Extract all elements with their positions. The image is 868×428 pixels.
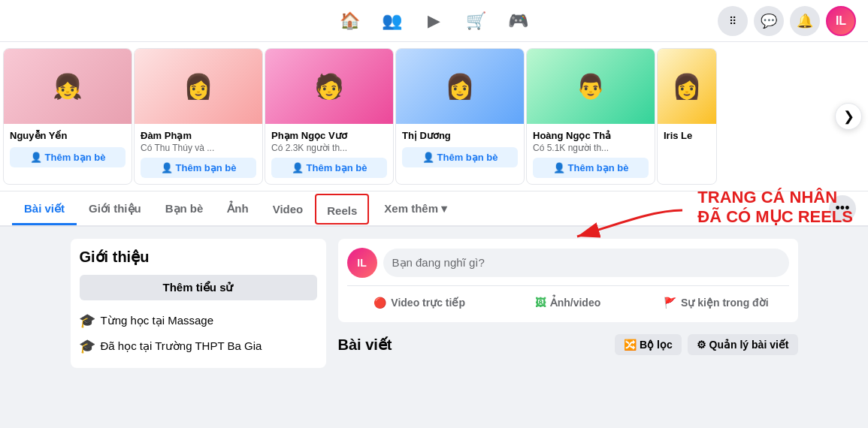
nav-right-actions: ⠿ 💬 🔔 IL <box>718 6 856 36</box>
add-friend-btn-4[interactable]: 👤 Thêm bạn bè <box>402 147 518 167</box>
add-friend-icon-5: 👤 <box>553 162 565 173</box>
post-input-btn[interactable]: Bạn đang nghĩ gì? <box>383 249 789 277</box>
suggestion-info-2: Đàm Phạm Có Thu Thúy và ... 👤 Thêm bạn b… <box>135 124 262 184</box>
tab-anh[interactable]: Ảnh <box>215 191 260 225</box>
suggestions-wrapper: 👧 Nguyễn Yến 👤 Thêm bạn bè 👩 Đàm Phạm Có… <box>0 48 868 185</box>
suggestion-card-5: 👨 Hoàng Ngọc Thả Có 5.1K người th... 👤 T… <box>526 48 655 185</box>
life-event-btn[interactable]: 🚩 Sự kiện trong đời <box>643 292 788 313</box>
tab-banbe[interactable]: Bạn bè <box>153 191 216 225</box>
post-avatar: IL <box>347 248 377 278</box>
suggestion-card-4: 👩 Thị Dương 👤 Thêm bạn bè <box>395 48 525 185</box>
info-text-2: Đã học tại Trường THPT Ba Gia <box>101 339 262 353</box>
info-item-1: 🎓 Từng học tại Massage <box>80 308 317 333</box>
suggestion-name-5: Hoàng Ngọc Thả <box>533 130 649 141</box>
right-column: IL Bạn đang nghĩ gì? 🔴 Video trực tiếp 🖼… <box>338 239 798 368</box>
info-item-2: 🎓 Đã học tại Trường THPT Ba Gia <box>80 333 317 359</box>
tab-reels[interactable]: Reels <box>315 194 369 225</box>
add-friend-icon-2: 👤 <box>161 162 173 173</box>
suggestion-mutual-5: Có 5.1K người th... <box>533 143 649 153</box>
user-avatar[interactable]: IL <box>826 6 856 36</box>
suggestion-photo-5: 👨 <box>527 49 655 124</box>
tab-baiviet[interactable]: Bài viết <box>12 191 77 225</box>
baiviet-header: Bài viết 🔀 Bộ lọc ⚙ Quản lý bài viết <box>338 334 798 355</box>
nav-icons: 🏠 👥 ▶ 🛒 🎮 <box>332 6 537 36</box>
chevron-down-icon: ▾ <box>441 202 447 216</box>
suggestion-photo-2: 👩 <box>135 49 262 124</box>
tab-options-btn[interactable]: ••• <box>829 195 856 222</box>
suggestion-info-5: Hoàng Ngọc Thả Có 5.1K người th... 👤 Thê… <box>527 124 655 184</box>
suggestion-info-6: Iris Le <box>658 124 716 146</box>
live-video-icon: 🔴 <box>374 297 386 309</box>
suggestion-info-4: Thị Dương 👤 Thêm bạn bè <box>396 124 524 173</box>
photo-icon: 🖼 <box>535 297 546 309</box>
profile-tabs: Bài viết Giới thiệu Bạn bè Ảnh Video Ree… <box>0 191 868 226</box>
add-friend-btn-3[interactable]: 👤 Thêm bạn bè <box>271 158 387 178</box>
add-friend-btn-2[interactable]: 👤 Thêm bạn bè <box>141 158 256 178</box>
tab-video[interactable]: Video <box>261 192 316 225</box>
suggestion-card-2: 👩 Đàm Phạm Có Thu Thúy và ... 👤 Thêm bạn… <box>134 48 263 185</box>
main-content: Giới thiệu Thêm tiểu sử 🎓 Từng học tại M… <box>59 227 810 380</box>
tab-xemthem[interactable]: Xem thêm ▾ <box>372 196 459 222</box>
suggestion-name-2: Đàm Phạm <box>141 130 256 141</box>
suggestion-name-3: Phạm Ngọc Vươ <box>271 130 387 141</box>
school-icon-1: 🎓 <box>80 312 95 329</box>
notifications-btn[interactable]: 🔔 <box>790 6 820 36</box>
baiviet-actions: 🔀 Bộ lọc ⚙ Quản lý bài viết <box>615 334 797 355</box>
nav-gaming-btn[interactable]: 🎮 <box>501 6 537 36</box>
suggestion-card-6: 👩 Iris Le <box>657 48 717 185</box>
suggestion-info-3: Phạm Ngọc Vươ Có 2.3K người th... 👤 Thêm… <box>265 124 393 184</box>
add-bio-btn[interactable]: Thêm tiểu sử <box>80 275 317 300</box>
filter-btn[interactable]: 🔀 Bộ lọc <box>615 334 682 355</box>
tabs-container: Bài viết Giới thiệu Bạn bè Ảnh Video Ree… <box>0 191 868 227</box>
manage-posts-btn[interactable]: ⚙ Quản lý bài viết <box>688 334 798 355</box>
left-column: Giới thiệu Thêm tiểu sử 🎓 Từng học tại M… <box>71 239 326 368</box>
post-create-card: IL Bạn đang nghĩ gì? 🔴 Video trực tiếp 🖼… <box>338 239 798 322</box>
messenger-btn[interactable]: 💬 <box>754 6 784 36</box>
top-nav: 🏠 👥 ▶ 🛒 🎮 ⠿ 💬 🔔 IL <box>0 0 868 42</box>
add-friend-icon-4: 👤 <box>422 152 434 163</box>
baiviet-title: Bài viết <box>338 336 392 354</box>
info-text-1: Từng học tại Massage <box>101 314 214 327</box>
suggestion-card-1: 👧 Nguyễn Yến 👤 Thêm bạn bè <box>3 48 132 185</box>
add-friend-icon-3: 👤 <box>292 162 304 173</box>
post-actions: 🔴 Video trực tiếp 🖼 Ảnh/video 🚩 Sự kiện … <box>347 285 789 313</box>
suggestion-mutual-2: Có Thu Thúy và ... <box>141 143 256 153</box>
add-friend-icon-1: 👤 <box>30 152 42 163</box>
nav-friends-btn[interactable]: 👥 <box>374 6 410 36</box>
nav-marketplace-btn[interactable]: 🛒 <box>458 6 494 36</box>
photo-video-btn[interactable]: 🖼 Ảnh/video <box>495 292 640 313</box>
post-create-top: IL Bạn đang nghĩ gì? <box>347 248 789 278</box>
intro-title: Giới thiệu <box>80 248 317 266</box>
suggestion-photo-6: 👩 <box>658 49 716 124</box>
school-icon-2: 🎓 <box>80 338 95 354</box>
suggestions-section: 👧 Nguyễn Yến 👤 Thêm bạn bè 👩 Đàm Phạm Có… <box>0 42 868 191</box>
suggestion-mutual-3: Có 2.3K người th... <box>271 143 387 153</box>
nav-video-btn[interactable]: ▶ <box>416 6 452 36</box>
live-video-btn[interactable]: 🔴 Video trực tiếp <box>347 292 492 313</box>
apps-grid-btn[interactable]: ⠿ <box>718 6 748 36</box>
suggestion-name-1: Nguyễn Yến <box>10 130 126 141</box>
suggestions-next-btn[interactable]: ❯ <box>835 103 862 130</box>
suggestion-photo-1: 👧 <box>4 49 132 124</box>
intro-card: Giới thiệu Thêm tiểu sử 🎓 Từng học tại M… <box>71 239 326 368</box>
suggestion-card-3: 🧑 Phạm Ngọc Vươ Có 2.3K người th... 👤 Th… <box>265 48 394 185</box>
suggestion-photo-3: 🧑 <box>265 49 393 124</box>
suggestion-info-1: Nguyễn Yến 👤 Thêm bạn bè <box>4 124 132 173</box>
add-friend-btn-5[interactable]: 👤 Thêm bạn bè <box>533 158 649 178</box>
nav-home-btn[interactable]: 🏠 <box>332 6 368 36</box>
suggestion-name-6: Iris Le <box>664 130 710 141</box>
suggestion-name-4: Thị Dương <box>402 130 518 141</box>
suggestions-scroll: 👧 Nguyễn Yến 👤 Thêm bạn bè 👩 Đàm Phạm Có… <box>0 48 868 185</box>
suggestion-photo-4: 👩 <box>396 49 524 124</box>
tab-gioithieu[interactable]: Giới thiệu <box>77 191 153 225</box>
add-friend-btn-1[interactable]: 👤 Thêm bạn bè <box>10 147 126 167</box>
flag-icon: 🚩 <box>664 297 676 309</box>
